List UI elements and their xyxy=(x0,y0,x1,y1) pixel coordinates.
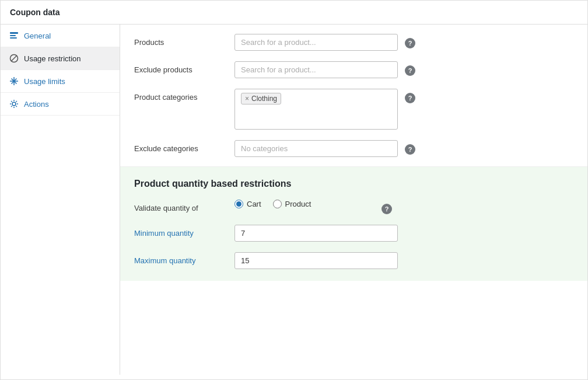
sidebar-item-usage-restriction[interactable]: Usage restriction xyxy=(1,47,120,70)
product-categories-row: Product categories × Clothing ? xyxy=(134,89,573,130)
sidebar-label-actions: Actions xyxy=(24,100,49,109)
main-layout: General Usage restriction xyxy=(1,25,587,375)
products-row: Products ? xyxy=(134,34,573,51)
cart-radio-text: Cart xyxy=(247,200,261,208)
products-label: Products xyxy=(134,34,228,47)
cart-radio-label[interactable]: Cart xyxy=(235,200,261,208)
product-radio-label[interactable]: Product xyxy=(273,200,312,208)
exclude-products-field xyxy=(235,61,398,78)
product-categories-tag-field[interactable]: × Clothing xyxy=(235,89,398,130)
max-quantity-label: Maximum quantity xyxy=(134,252,228,265)
max-quantity-field xyxy=(235,252,398,269)
product-categories-field: × Clothing xyxy=(235,89,398,130)
general-icon xyxy=(9,30,19,41)
min-quantity-input[interactable] xyxy=(235,225,398,242)
exclude-products-row: Exclude products ? xyxy=(134,61,573,78)
validate-quantity-row: Validate quantity of Cart Product xyxy=(134,200,573,214)
clothing-tag: × Clothing xyxy=(241,93,281,104)
exclude-categories-row: Exclude categories ? xyxy=(134,140,573,157)
validate-radio-group: Cart Product xyxy=(235,200,374,208)
product-categories-label: Product categories xyxy=(134,89,228,102)
product-categories-help-icon[interactable]: ? xyxy=(405,93,415,103)
sidebar-label-general: General xyxy=(24,32,51,40)
page-title: Coupon data xyxy=(1,1,587,25)
exclude-products-label: Exclude products xyxy=(134,61,228,74)
products-field xyxy=(235,34,398,51)
validate-quantity-options: Cart Product xyxy=(235,200,374,208)
sidebar-item-actions[interactable]: Actions xyxy=(1,93,120,116)
validate-qty-help-icon[interactable]: ? xyxy=(382,204,392,214)
sidebar-label-usage-limits: Usage limits xyxy=(24,77,65,86)
clothing-tag-remove[interactable]: × xyxy=(245,95,249,103)
actions-icon xyxy=(9,99,19,109)
sidebar-item-general[interactable]: General xyxy=(1,25,120,47)
sidebar-label-usage-restriction: Usage restriction xyxy=(24,54,81,63)
exclude-categories-input[interactable] xyxy=(235,140,398,157)
exclude-categories-field xyxy=(235,140,398,157)
min-quantity-row: Minimum quantity xyxy=(134,225,573,242)
svg-point-9 xyxy=(12,102,16,106)
min-quantity-label: Minimum quantity xyxy=(134,225,228,238)
cart-radio[interactable] xyxy=(235,200,243,208)
validate-quantity-label: Validate quantity of xyxy=(134,200,228,212)
restriction-icon xyxy=(9,53,19,64)
content-area: Products ? Exclude products ? Prod xyxy=(120,25,587,375)
product-radio-text: Product xyxy=(285,200,312,208)
sidebar-item-usage-limits[interactable]: Usage limits xyxy=(1,70,120,93)
svg-line-4 xyxy=(11,55,17,61)
exclude-products-help-icon[interactable]: ? xyxy=(405,65,415,76)
exclude-products-input[interactable] xyxy=(235,61,398,78)
svg-rect-2 xyxy=(10,37,17,39)
clothing-tag-label: Clothing xyxy=(251,95,277,103)
svg-rect-1 xyxy=(10,35,16,36)
max-quantity-input[interactable] xyxy=(235,252,398,269)
form-section-top: Products ? Exclude products ? Prod xyxy=(120,25,587,167)
exclude-categories-help-icon[interactable]: ? xyxy=(405,144,415,155)
restrictions-heading: Product quantity based restrictions xyxy=(134,179,573,189)
products-help-icon[interactable]: ? xyxy=(405,38,415,48)
min-quantity-field xyxy=(235,225,398,242)
limits-icon xyxy=(9,76,19,86)
exclude-categories-label: Exclude categories xyxy=(134,140,228,153)
sidebar: General Usage restriction xyxy=(1,25,120,375)
page-wrapper: Coupon data General xyxy=(0,0,588,380)
product-radio[interactable] xyxy=(273,200,282,208)
svg-rect-0 xyxy=(10,32,18,34)
quantity-restrictions-section: Product quantity based restrictions Vali… xyxy=(120,167,587,281)
products-input[interactable] xyxy=(235,34,398,51)
max-quantity-row: Maximum quantity xyxy=(134,252,573,269)
